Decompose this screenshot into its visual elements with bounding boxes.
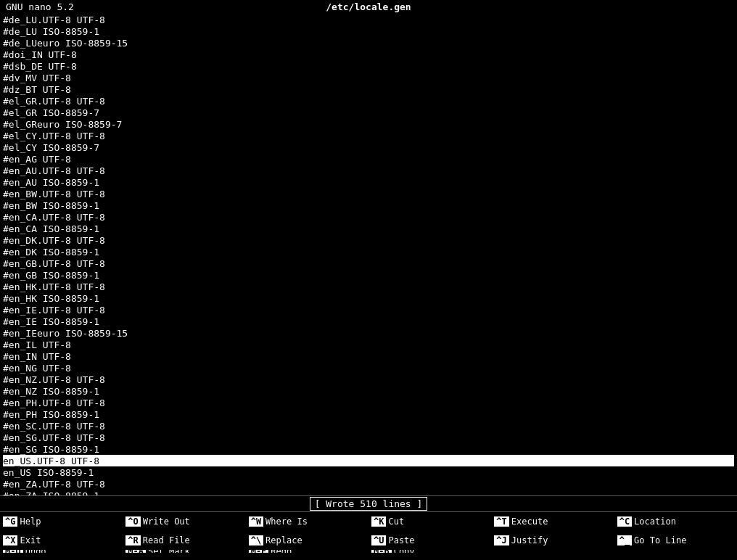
editor-line: #dz_BT UTF-8: [3, 83, 734, 95]
footer-label: Execute: [511, 516, 548, 527]
editor-line: #en_NZ.UTF-8 UTF-8: [3, 374, 734, 385]
footer-label: Set Mark: [148, 550, 190, 553]
footer-key: M-A: [125, 550, 146, 553]
footer-item[interactable]: ^CLocation: [614, 512, 737, 531]
editor-line: #en_CA ISO-8859-1: [3, 223, 734, 234]
editor-line: #dsb_DE UTF-8: [3, 60, 734, 72]
status-bar: [ Wrote 510 lines ]: [0, 495, 737, 512]
footer-label: Help: [20, 516, 41, 527]
editor-line: #en_NZ ISO-8859-1: [3, 385, 734, 397]
editor-line: #de_LUeuro ISO-8859-15: [3, 37, 734, 49]
footer-item[interactable]: ^KCut: [368, 512, 491, 531]
file-title: /etc/locale.gen: [326, 1, 411, 12]
footer-label: Justify: [511, 535, 548, 545]
footer-key: ^_: [617, 535, 632, 545]
editor-line: #en_CA.UTF-8 UTF-8: [3, 211, 734, 223]
editor-line: #el_CY.UTF-8 UTF-8: [3, 130, 734, 141]
footer-label: Copy: [394, 550, 415, 553]
title-bar: GNU nano 5.2 /etc/locale.gen: [0, 0, 737, 14]
footer-item[interactable]: ^TExecute: [491, 512, 614, 531]
editor-line: #en_BW.UTF-8 UTF-8: [3, 188, 734, 199]
footer-label: Exit: [20, 535, 41, 545]
editor-line: #en_PH.UTF-8 UTF-8: [3, 397, 734, 408]
footer-key: M-6: [371, 550, 392, 553]
footer-label: Where Is: [265, 516, 308, 527]
footer-key: ^W: [249, 516, 263, 527]
footer-item[interactable]: M-ASet Mark: [123, 550, 245, 553]
footer-label: Redo: [271, 550, 292, 553]
footer-item[interactable]: ^JJustify: [491, 531, 614, 550]
footer-item[interactable]: ^GHelp: [0, 512, 123, 531]
footer-item[interactable]: ^RRead File: [123, 531, 245, 550]
footer-label: Paste: [388, 535, 414, 545]
editor-line: #el_GR ISO-8859-7: [3, 107, 734, 118]
footer-label: Location: [634, 516, 676, 527]
editor-line: #en_SC.UTF-8 UTF-8: [3, 420, 734, 432]
editor-line: #de_LU ISO-8859-1: [3, 25, 734, 37]
editor-line: #de_LU.UTF-8 UTF-8: [3, 14, 734, 25]
editor-line: en_US.UTF-8 UTF-8: [3, 455, 734, 466]
footer-key: ^J: [494, 535, 509, 545]
footer-key: ^R: [125, 535, 140, 545]
editor-line: en_US ISO-8859-1: [3, 466, 734, 478]
editor-line: #en_PH ISO-8859-1: [3, 408, 734, 420]
footer-item[interactable]: ^UPaste: [368, 531, 491, 550]
editor-line: #en_BW ISO-8859-1: [3, 199, 734, 211]
footer-item[interactable]: M-UUndo: [0, 550, 123, 553]
editor-line: #el_CY ISO-8859-7: [3, 141, 734, 153]
footer-item[interactable]: M-ERedo: [246, 550, 368, 553]
editor-line: #en_IN UTF-8: [3, 350, 734, 362]
editor-line: #en_HK.UTF-8 UTF-8: [3, 281, 734, 292]
editor-line: #en_IEeuro ISO-8859-15: [3, 327, 734, 339]
editor-line: #el_GR.UTF-8 UTF-8: [3, 95, 734, 107]
editor-line: #en_GB.UTF-8 UTF-8: [3, 258, 734, 269]
editor-line: #en_ZA ISO-8859-1: [3, 490, 734, 495]
editor-line: #en_IE ISO-8859-1: [3, 316, 734, 327]
footer-label: Undo: [25, 550, 46, 553]
editor-line: #en_AU.UTF-8 UTF-8: [3, 165, 734, 176]
footer-item[interactable]: ^WWhere Is: [246, 512, 368, 531]
footer-item[interactable]: M-6Copy: [368, 550, 491, 553]
editor-line: #en_IL UTF-8: [3, 339, 734, 350]
editor-line: #en_AU ISO-8859-1: [3, 176, 734, 188]
footer-item[interactable]: ^OWrite Out: [123, 512, 245, 531]
footer-key: ^G: [3, 516, 17, 527]
editor-line: #en_AG UTF-8: [3, 153, 734, 165]
footer-key: ^K: [371, 516, 386, 527]
editor-line: #en_DK.UTF-8 UTF-8: [3, 234, 734, 246]
footer: ^GHelp^OWrite Out^WWhere Is^KCut^TExecut…: [0, 512, 737, 550]
editor-line: #en_HK ISO-8859-1: [3, 292, 734, 304]
editor-area[interactable]: #de_LU.UTF-8 UTF-8#de_LU ISO-8859-1#de_L…: [0, 14, 737, 495]
footer-key: ^O: [125, 516, 140, 527]
footer-label: Cut: [388, 516, 404, 527]
footer-label: Replace: [265, 535, 302, 545]
footer-key: ^C: [617, 516, 632, 527]
editor-line: #en_SG.UTF-8 UTF-8: [3, 432, 734, 443]
editor-line: #dv_MV UTF-8: [3, 72, 734, 83]
editor-line: #en_SG ISO-8859-1: [3, 443, 734, 455]
footer-key: ^T: [494, 516, 509, 527]
footer-label: Go To Line: [634, 535, 686, 545]
editor-line: #en_NG UTF-8: [3, 362, 734, 374]
footer-key: ^X: [3, 535, 17, 545]
footer-item[interactable]: ^\Replace: [246, 531, 368, 550]
footer-label: Read File: [143, 535, 190, 545]
app-title: GNU nano 5.2: [6, 1, 74, 12]
editor-line: #en_ZA.UTF-8 UTF-8: [3, 478, 734, 490]
editor-line: #en_IE.UTF-8 UTF-8: [3, 304, 734, 316]
status-message: [ Wrote 510 lines ]: [310, 497, 428, 511]
footer-key: ^\: [249, 535, 263, 545]
footer-key: M-E: [249, 550, 269, 553]
footer-item[interactable]: ^XExit: [0, 531, 123, 550]
editor-line: #en_GB ISO-8859-1: [3, 269, 734, 281]
footer-item[interactable]: ^_Go To Line: [614, 531, 737, 550]
editor-line: #el_GReuro ISO-8859-7: [3, 118, 734, 130]
footer-label: Write Out: [143, 516, 190, 527]
footer-key: M-U: [3, 550, 23, 553]
editor-line: #doi_IN UTF-8: [3, 49, 734, 60]
editor-line: #en_DK ISO-8859-1: [3, 246, 734, 258]
footer-key: ^U: [371, 535, 386, 545]
